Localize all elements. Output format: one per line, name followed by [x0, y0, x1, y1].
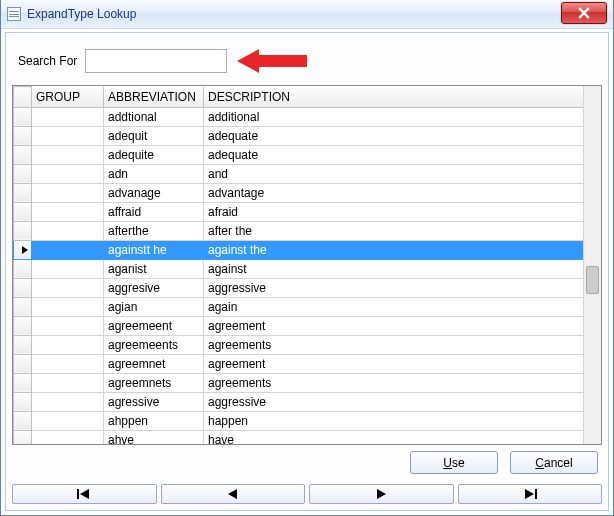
cell-group[interactable] [32, 259, 104, 278]
table-row[interactable]: agreemnetagreement [14, 354, 601, 373]
cell-group[interactable] [32, 278, 104, 297]
cell-abbr[interactable]: advanage [104, 183, 204, 202]
cell-group[interactable] [32, 335, 104, 354]
table-row[interactable]: agreemnetsagreements [14, 373, 601, 392]
table-row[interactable]: aftertheafter the [14, 221, 601, 240]
row-header[interactable] [14, 411, 32, 430]
cell-abbr[interactable]: ahppen [104, 411, 204, 430]
table-row[interactable]: advanageadvantage [14, 183, 601, 202]
cell-abbr[interactable]: adequit [104, 126, 204, 145]
cell-group[interactable] [32, 126, 104, 145]
row-header[interactable] [14, 183, 32, 202]
cell-abbr[interactable]: agreemnets [104, 373, 204, 392]
cell-desc[interactable]: have [204, 430, 601, 444]
row-header[interactable] [14, 316, 32, 335]
table-row[interactable]: aggresiveaggressive [14, 278, 601, 297]
cell-desc[interactable]: agreement [204, 354, 601, 373]
cell-abbr[interactable]: aganist [104, 259, 204, 278]
cell-group[interactable] [32, 354, 104, 373]
cell-desc[interactable]: agreements [204, 373, 601, 392]
table-row[interactable]: agreemeentagreement [14, 316, 601, 335]
cell-desc[interactable]: advantage [204, 183, 601, 202]
nav-next-button[interactable] [309, 484, 454, 504]
table-row[interactable]: adequiteadequate [14, 145, 601, 164]
cell-desc[interactable]: and [204, 164, 601, 183]
cell-group[interactable] [32, 392, 104, 411]
cell-abbr[interactable]: affraid [104, 202, 204, 221]
cell-abbr[interactable]: agressive [104, 392, 204, 411]
cell-group[interactable] [32, 202, 104, 221]
table-row[interactable]: agianagain [14, 297, 601, 316]
row-header[interactable] [14, 259, 32, 278]
row-header[interactable] [14, 164, 32, 183]
table-row[interactable]: aganistagainst [14, 259, 601, 278]
row-header[interactable] [14, 145, 32, 164]
data-grid[interactable]: GROUP ABBREVIATION DESCRIPTION addtional… [12, 85, 602, 445]
row-header[interactable] [14, 392, 32, 411]
row-header[interactable] [14, 373, 32, 392]
vertical-scrollbar[interactable] [583, 86, 601, 444]
row-header[interactable] [14, 240, 32, 259]
cell-group[interactable] [32, 430, 104, 444]
row-header[interactable] [14, 430, 32, 444]
row-header[interactable] [14, 126, 32, 145]
cell-desc[interactable]: aggressive [204, 278, 601, 297]
cell-abbr[interactable]: addtional [104, 107, 204, 126]
nav-first-button[interactable] [12, 484, 157, 504]
col-header-group[interactable]: GROUP [32, 87, 104, 108]
cell-abbr[interactable]: agreemnet [104, 354, 204, 373]
col-header-desc[interactable]: DESCRIPTION [204, 87, 601, 108]
cell-desc[interactable]: again [204, 297, 601, 316]
nav-last-button[interactable] [458, 484, 603, 504]
table-row[interactable]: againstt heagainst the [14, 240, 601, 259]
cell-abbr[interactable]: agian [104, 297, 204, 316]
cell-desc[interactable]: afraid [204, 202, 601, 221]
cell-desc[interactable]: against [204, 259, 601, 278]
row-header[interactable] [14, 107, 32, 126]
table-row[interactable]: agressiveaggressive [14, 392, 601, 411]
cell-desc[interactable]: agreements [204, 335, 601, 354]
row-header[interactable] [14, 335, 32, 354]
cell-abbr[interactable]: adn [104, 164, 204, 183]
col-header-abbr[interactable]: ABBREVIATION [104, 87, 204, 108]
cell-group[interactable] [32, 145, 104, 164]
search-input[interactable] [85, 49, 227, 73]
cell-desc[interactable]: agreement [204, 316, 601, 335]
cell-desc[interactable]: adequate [204, 145, 601, 164]
cell-group[interactable] [32, 240, 104, 259]
row-header[interactable] [14, 297, 32, 316]
row-header[interactable] [14, 354, 32, 373]
cell-abbr[interactable]: ahve [104, 430, 204, 444]
table-row[interactable]: ahvehave [14, 430, 601, 444]
cell-abbr[interactable]: aggresive [104, 278, 204, 297]
use-button[interactable]: Use [410, 451, 498, 474]
cell-group[interactable] [32, 221, 104, 240]
cell-abbr[interactable]: agreemeent [104, 316, 204, 335]
scroll-thumb[interactable] [586, 266, 599, 294]
cell-desc[interactable]: adequate [204, 126, 601, 145]
cell-abbr[interactable]: againstt he [104, 240, 204, 259]
cell-group[interactable] [32, 373, 104, 392]
table-row[interactable]: adnand [14, 164, 601, 183]
cell-abbr[interactable]: adequite [104, 145, 204, 164]
cell-group[interactable] [32, 183, 104, 202]
cell-desc[interactable]: aggressive [204, 392, 601, 411]
cell-group[interactable] [32, 316, 104, 335]
row-header[interactable] [14, 278, 32, 297]
table-row[interactable]: addtionaladditional [14, 107, 601, 126]
cell-desc[interactable]: additional [204, 107, 601, 126]
cell-desc[interactable]: after the [204, 221, 601, 240]
cell-abbr[interactable]: afterthe [104, 221, 204, 240]
table-row[interactable]: affraidafraid [14, 202, 601, 221]
cell-desc[interactable]: against the [204, 240, 601, 259]
cell-group[interactable] [32, 297, 104, 316]
cell-group[interactable] [32, 411, 104, 430]
table-row[interactable]: adequitadequate [14, 126, 601, 145]
cell-desc[interactable]: happen [204, 411, 601, 430]
close-button[interactable] [561, 2, 607, 24]
cell-group[interactable] [32, 164, 104, 183]
row-header[interactable] [14, 221, 32, 240]
row-header[interactable] [14, 202, 32, 221]
nav-prev-button[interactable] [161, 484, 306, 504]
cell-group[interactable] [32, 107, 104, 126]
